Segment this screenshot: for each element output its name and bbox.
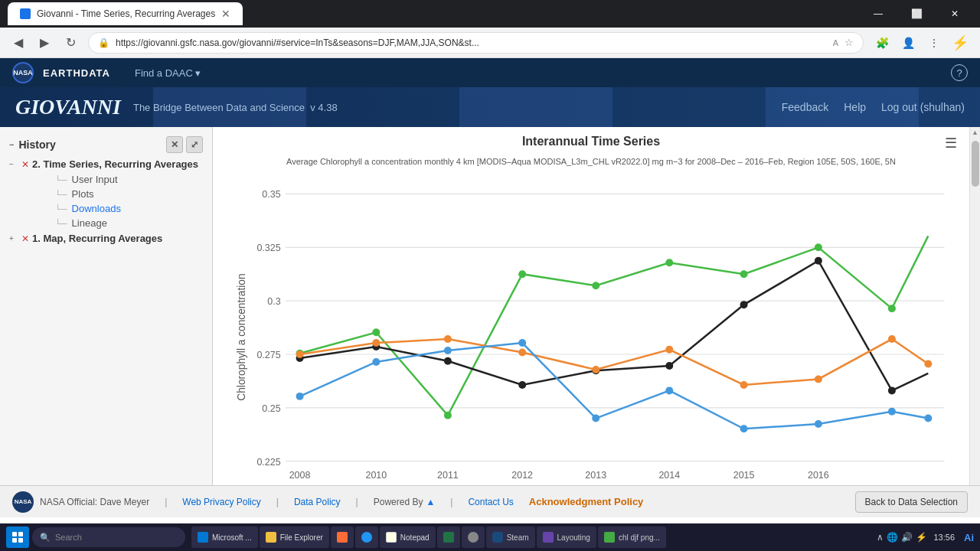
nasa-header: NASA EARTHDATA Find a DAAC ?	[0, 58, 980, 87]
svg-point-41	[444, 335, 452, 343]
tab-close-icon[interactable]: ✕	[221, 8, 230, 20]
search-icon: 🔍	[40, 533, 51, 543]
earthdata-label: EARTHDATA	[43, 67, 110, 79]
taskbar-app-mail[interactable]	[331, 527, 354, 548]
url-box[interactable]: 🔒 https://giovanni.gsfc.nasa.gov/giovann…	[88, 32, 864, 54]
back-button[interactable]: ◀	[9, 32, 28, 53]
svg-point-50	[372, 358, 380, 366]
taskbar-app-microsoft-label: Microsoft ...	[212, 533, 252, 542]
chart-menu-button[interactable]: ☰	[945, 135, 957, 152]
taskbar-app-microsoft[interactable]: Microsoft ...	[191, 527, 258, 548]
plots-link[interactable]: Plots	[18, 187, 209, 201]
svg-point-26	[665, 259, 673, 267]
taskbar-app-browser[interactable]	[355, 527, 378, 548]
help-icon[interactable]: ?	[951, 64, 968, 81]
item2-toggle[interactable]: −	[9, 160, 18, 168]
system-tray: ∧ 🌐 🔊 ⚡	[877, 532, 927, 543]
system-clock[interactable]: 13:56	[933, 533, 955, 542]
extensions-icon[interactable]: 🧩	[871, 32, 893, 54]
explorer-icon	[266, 532, 276, 543]
ai-label[interactable]: Ai	[964, 532, 974, 543]
svg-text:2014: 2014	[658, 471, 680, 481]
browser-tab[interactable]: Giovanni - Time Series, Recurring Averag…	[8, 2, 243, 25]
translate-icon[interactable]: A	[833, 38, 838, 47]
svg-point-44	[665, 346, 673, 354]
browser-titlebar: Giovanni - Time Series, Recurring Averag…	[0, 0, 980, 28]
chart-title: Interannual Time Series	[522, 135, 660, 148]
maximize-button[interactable]: ⬜	[899, 0, 934, 28]
back-to-data-selection-button[interactable]: Back to Data Selection	[855, 491, 968, 513]
svg-point-35	[665, 362, 673, 370]
expand-history-button[interactable]: ⤢	[186, 136, 203, 153]
acknowledgment-policy-button[interactable]: Acknowledgment Policy	[529, 496, 644, 507]
svg-text:2013: 2013	[585, 471, 606, 481]
svg-point-46	[815, 376, 822, 383]
taskbar-app-explorer[interactable]: File Explorer	[260, 527, 329, 548]
find-daac-button[interactable]: Find a DAAC	[135, 67, 201, 79]
scroll-thumb[interactable]	[972, 141, 979, 187]
refresh-button[interactable]: ↻	[61, 32, 80, 53]
item2-close-icon[interactable]: ✕	[21, 159, 29, 170]
item1-toggle[interactable]: +	[9, 234, 18, 243]
url-text: https://giovanni.gsfc.nasa.gov/giovanni/…	[116, 37, 827, 48]
settings-icon[interactable]: ⋮	[923, 32, 945, 54]
chl-icon	[604, 532, 615, 543]
svg-text:2010: 2010	[365, 471, 387, 481]
svg-point-28	[815, 244, 822, 252]
logout-link[interactable]: Log out (shulhan)	[881, 101, 965, 113]
taskbar-app-steam[interactable]: Steam	[486, 527, 535, 548]
tab-title: Giovanni - Time Series, Recurring Averag…	[37, 8, 215, 19]
help-link[interactable]: Help	[844, 101, 866, 113]
start-button[interactable]	[6, 527, 29, 548]
svg-point-57	[888, 408, 896, 416]
svg-point-54	[665, 387, 673, 395]
scrollbar[interactable]: ▲	[969, 127, 980, 485]
svg-text:2011: 2011	[437, 471, 459, 481]
downloads-link[interactable]: Downloads	[18, 201, 209, 216]
tray-up-icon[interactable]: ∧	[877, 532, 884, 543]
minimize-button[interactable]: —	[861, 0, 896, 28]
data-policy-link[interactable]: Data Policy	[294, 497, 341, 507]
scroll-up-button[interactable]: ▲	[970, 127, 980, 138]
svg-text:0.3: 0.3	[267, 297, 280, 308]
tab-favicon	[20, 8, 31, 19]
star-icon[interactable]: ☆	[844, 37, 854, 48]
svg-point-53	[592, 415, 599, 422]
clear-history-button[interactable]: ✕	[166, 136, 183, 153]
forward-button[interactable]: ▶	[35, 32, 54, 53]
nasa-logo: NASA	[12, 62, 34, 83]
taskbar-app-layouting[interactable]: Layouting	[537, 527, 596, 548]
user-input-link[interactable]: User Input	[18, 172, 209, 187]
history-toggle[interactable]: −	[9, 140, 14, 149]
profile-icon[interactable]: 👤	[897, 32, 919, 54]
history-item-1-header[interactable]: + ✕ 1. Map, Recurring Averages	[3, 230, 209, 246]
taskbar-app-search2[interactable]	[462, 527, 485, 548]
taskbar-right: ∧ 🌐 🔊 ⚡ 13:56 Ai	[877, 532, 974, 543]
footer: NASA NASA Official: Dave Meyer | Web Pri…	[0, 485, 980, 517]
powered-by: Powered By ▲	[374, 497, 436, 507]
mail-icon	[337, 532, 348, 543]
copilot-sidebar-icon[interactable]: ⚡	[949, 32, 971, 54]
history-item-2-header[interactable]: − ✕ 2. Time Series, Recurring Averages	[3, 156, 209, 172]
search2-icon	[468, 532, 479, 543]
tray-battery-icon[interactable]: ⚡	[916, 532, 927, 543]
taskbar-app-chl[interactable]: chl djf png...	[598, 527, 666, 548]
item1-close-icon[interactable]: ✕	[21, 233, 29, 244]
feedback-link[interactable]: Feedback	[782, 101, 828, 113]
taskbar-app-layouting-label: Layouting	[557, 533, 590, 542]
lineage-link[interactable]: Lineage	[18, 216, 209, 230]
taskbar-app-excel[interactable]	[437, 527, 460, 548]
svg-point-49	[296, 393, 304, 400]
taskbar-app-notepad[interactable]: Notepad	[380, 527, 436, 548]
svg-text:Chlorophyll a concentration: Chlorophyll a concentration	[236, 274, 247, 401]
tray-sound-icon[interactable]: 🔊	[901, 532, 913, 543]
close-button[interactable]: ✕	[937, 0, 972, 28]
tray-net-icon[interactable]: 🌐	[887, 532, 898, 543]
search-placeholder: Search	[55, 533, 82, 542]
svg-point-36	[740, 302, 748, 309]
chart-header: Interannual Time Series ☰	[213, 127, 969, 156]
taskbar-app-notepad-label: Notepad	[400, 533, 430, 542]
taskbar-search[interactable]: 🔍 Search	[32, 527, 185, 547]
contact-us-link[interactable]: Contact Us	[468, 497, 513, 507]
web-privacy-policy-link[interactable]: Web Privacy Policy	[182, 497, 260, 507]
